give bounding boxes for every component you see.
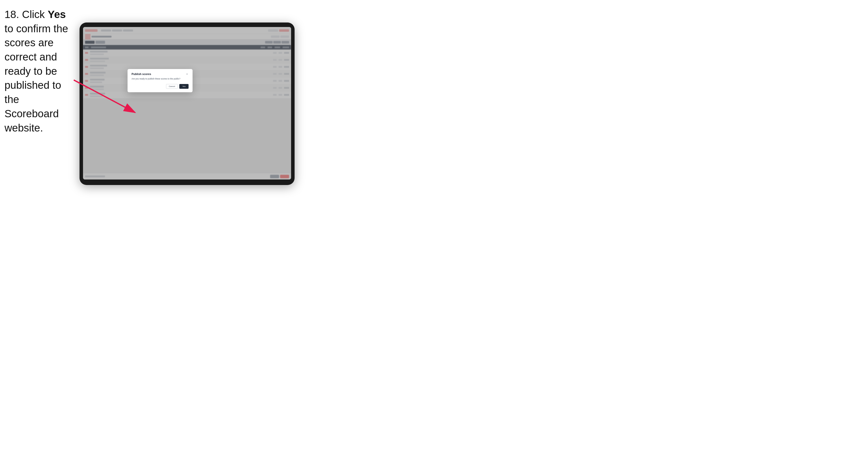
dialog-cancel-button[interactable]: Cancel xyxy=(166,84,178,89)
instruction-body: to confirm the scores are correct and re… xyxy=(4,23,68,134)
dialog-title: Publish scores xyxy=(131,72,151,75)
dialog-header: Publish scores × xyxy=(131,72,189,75)
instruction-text: 18. Click Yes to confirm the scores are … xyxy=(4,7,74,135)
tablet-device: Publish scores × Are you ready to publis… xyxy=(80,23,294,185)
step-number: 18. xyxy=(4,8,19,20)
dialog-close-button[interactable]: × xyxy=(186,72,189,75)
tablet-screen: Publish scores × Are you ready to publis… xyxy=(83,27,291,180)
modal-overlay xyxy=(83,27,291,180)
dialog-yes-button[interactable]: Yes xyxy=(179,84,189,89)
instruction-bold: Yes xyxy=(48,8,66,20)
dialog-message: Are you ready to publish these scores to… xyxy=(131,77,189,81)
instruction-prefix: Click xyxy=(19,8,48,20)
publish-scores-dialog: Publish scores × Are you ready to publis… xyxy=(127,69,192,92)
dialog-actions: Cancel Yes xyxy=(131,84,189,89)
